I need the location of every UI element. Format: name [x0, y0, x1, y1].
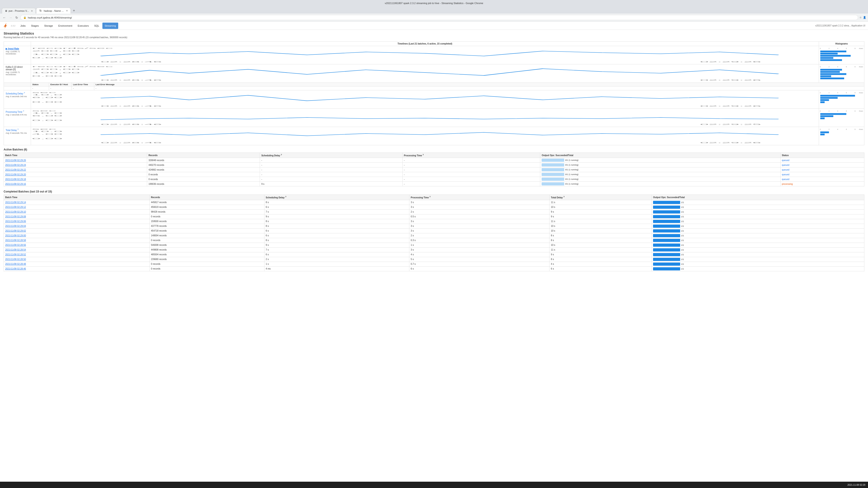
- col-proc-time-active: Processing Time ?: [402, 153, 540, 158]
- tab-label-hadoop: hadoop - Name ...: [43, 9, 64, 12]
- completed-batch-row: 2021/11/08 02:29:12 456619 records 6 s 3…: [4, 205, 864, 209]
- svg-text:0: 0: [820, 47, 821, 50]
- completed-batch-row: 2021/11/08 02:28:56 546008 records 9 s 1…: [4, 242, 864, 248]
- svg-text:sec: sec: [32, 128, 56, 130]
- comp-sched-delay-cell: 6 s: [264, 252, 409, 257]
- batch-time-cell[interactable]: 2021/11/08 02:29:20: [4, 172, 147, 177]
- svg-text:6: 6: [846, 66, 847, 68]
- comp-batch-time-cell[interactable]: 2021/11/08 02:29:00: [4, 233, 150, 238]
- total-delay-link[interactable]: Total Delay ?: [6, 128, 29, 131]
- reload-button[interactable]: ↻: [14, 15, 19, 20]
- completed-batch-row: 2021/11/08 02:28:48 0 records 1 s 0.7 s …: [4, 262, 864, 266]
- kafka-status-val: -: [31, 87, 49, 90]
- tab-hadoop[interactable]: 🐘 hadoop - Name ... ✕: [36, 8, 70, 13]
- active-batch-row: 2021/11/08 02:29:20 0 records - - 0/1 (1…: [4, 172, 864, 177]
- profile-icon[interactable]: 👤: [863, 16, 866, 19]
- comp-batch-time-cell[interactable]: 2021/11/08 02:29:08: [4, 214, 150, 219]
- comp-batch-time-cell[interactable]: 2021/11/08 02:29:14: [4, 200, 150, 205]
- svg-rect-13: [820, 53, 838, 55]
- svg-rect-29: [820, 69, 842, 71]
- comp-proc-time-cell: 3 s: [409, 200, 550, 205]
- nav-stages[interactable]: Stages: [29, 23, 41, 29]
- comp-sched-delay-cell: 8 s: [264, 238, 409, 242]
- comp-batch-time-cell[interactable]: 2021/11/08 02:28:52: [4, 252, 150, 257]
- comp-batch-time-cell[interactable]: 2021/11/08 02:29:04: [4, 224, 150, 228]
- back-button[interactable]: ←: [2, 15, 7, 20]
- new-tab-button[interactable]: +: [71, 8, 77, 13]
- chart-header-spacer: [4, 41, 31, 46]
- total-delay-timeline-svg: sec 10.0 4.00 0.00 02:28:46 02:29:26: [32, 128, 818, 144]
- batch-time-cell[interactable]: 2021/11/08 02:29:16: [4, 182, 147, 186]
- comp-total-delay-cell: 8 s: [550, 238, 652, 242]
- sched-delay-cell: 9 s: [260, 182, 403, 186]
- svg-text:4: 4: [837, 92, 838, 94]
- comp-batch-time-cell[interactable]: 2021/11/08 02:29:10: [4, 209, 150, 214]
- completed-batch-row: 2021/11/08 02:29:14 445817 records 8 s 3…: [4, 200, 864, 205]
- input-rate-timeline: records/sec 200,00 100,00 0.00 02:28:46 …: [31, 46, 819, 64]
- active-batches-title: Active Batches (6): [4, 148, 864, 151]
- comp-batch-time-cell[interactable]: 2021/11/08 02:28:50: [4, 257, 150, 262]
- comp-batch-time-cell[interactable]: 2021/11/08 02:28:48: [4, 262, 150, 266]
- svg-rect-63: [820, 115, 833, 117]
- sched-delay-cell: -: [260, 172, 403, 177]
- batch-time-cell[interactable]: 2021/11/08 02:29:18: [4, 177, 147, 182]
- proc-time-cell: -: [402, 158, 540, 163]
- output-ops-cell: 0/1 (1 running): [540, 158, 780, 163]
- scheduling-avg: Avg: 6 seconds 340 ms: [6, 95, 29, 98]
- batch-time-cell[interactable]: 2021/11/08 02:29:26: [4, 158, 147, 163]
- completed-batches-title: Completed Batches (last 15 out of 15): [4, 190, 864, 193]
- comp-batch-time-cell[interactable]: 2021/11/08 02:29:06: [4, 219, 150, 224]
- svg-text:#batches: #batches: [859, 66, 863, 68]
- comp-batch-time-cell[interactable]: 2021/11/08 02:28:56: [4, 242, 150, 248]
- svg-text:02:29:26: 02:29:26: [700, 105, 761, 107]
- nav-environment[interactable]: Environment: [56, 23, 74, 29]
- bookmark-icon[interactable]: ☆: [860, 16, 862, 19]
- active-batch-row: 2021/11/08 02:29:18 0 records - - 0/1 (1…: [4, 177, 864, 182]
- proc-time-cell: -: [402, 172, 540, 177]
- comp-output-ops-cell: 1/1: [652, 219, 864, 224]
- batch-time-cell[interactable]: 2021/11/08 02:29:22: [4, 167, 147, 172]
- nav-sql[interactable]: SQL: [92, 23, 101, 29]
- last-err-msg-header: Last Error Message: [94, 83, 864, 86]
- svg-text:8: 8: [855, 47, 856, 50]
- comp-total-delay-cell: 9 s: [550, 214, 652, 219]
- comp-output-ops-cell: 1/1: [652, 209, 864, 214]
- nav-executors[interactable]: Executors: [75, 23, 91, 29]
- svg-text:#batches: #batches: [859, 110, 863, 112]
- comp-batch-time-cell[interactable]: 2021/11/08 02:29:02: [4, 228, 150, 233]
- svg-text:#batches: #batches: [859, 92, 863, 94]
- svg-text:02:29:26: 02:29:26: [700, 142, 761, 144]
- kafka-name: Kafka 0.10 direct stream [0]: [6, 66, 29, 71]
- tab-close-proxmox[interactable]: ✕: [31, 10, 33, 12]
- col-sched-delay-comp: Scheduling Delay ?: [264, 195, 409, 200]
- comp-proc-time-cell: 0.7 s: [409, 262, 550, 266]
- address-bar[interactable]: 🔒 hadoop.ocp4.igalina.dk:4040/streaming/: [20, 15, 858, 20]
- tab-close-hadoop[interactable]: ✕: [66, 9, 68, 12]
- comp-batch-time-cell[interactable]: 2021/11/08 02:28:46: [4, 266, 150, 271]
- comp-output-ops-cell: 1/1: [652, 252, 864, 257]
- tab-proxmox[interactable]: 🖥 pve - Proxmox V... ✕: [2, 8, 36, 13]
- comp-proc-time-cell: 0.3 s: [409, 238, 550, 242]
- svg-text:02:28:46: 02:28:46: [101, 142, 162, 144]
- svg-rect-33: [820, 77, 844, 79]
- comp-proc-time-cell: 3 s: [409, 228, 550, 233]
- comp-batch-time-cell[interactable]: 2021/11/08 02:29:12: [4, 205, 150, 209]
- col-total-delay-comp: Total Delay ?: [550, 195, 652, 200]
- nav-storage[interactable]: Storage: [42, 23, 55, 29]
- scheduling-link[interactable]: Scheduling Delay ?: [6, 92, 29, 95]
- comp-batch-time-cell[interactable]: 2021/11/08 02:28:58: [4, 238, 150, 242]
- nav-jobs[interactable]: Jobs: [18, 23, 28, 29]
- svg-text:8: 8: [855, 92, 856, 94]
- processing-link[interactable]: Processing Time ?: [6, 110, 29, 113]
- comp-records-cell: 159500 records: [149, 219, 264, 224]
- svg-text:0: 0: [820, 66, 821, 68]
- comp-sched-delay-cell: 4 ms: [264, 266, 409, 271]
- completed-batch-row: 2021/11/08 02:28:46 0 records 4 ms 6 s 6…: [4, 266, 864, 271]
- comp-batch-time-cell[interactable]: 2021/11/08 02:28:54: [4, 248, 150, 252]
- forward-button[interactable]: →: [8, 15, 13, 20]
- comp-sched-delay-cell: 2 s: [264, 257, 409, 262]
- input-rate-link[interactable]: ▶ Input Rate: [6, 47, 29, 50]
- comp-records-cell: 449808 records: [149, 248, 264, 252]
- batch-time-cell[interactable]: 2021/11/08 02:29:24: [4, 163, 147, 167]
- nav-streaming[interactable]: Streaming: [102, 23, 118, 29]
